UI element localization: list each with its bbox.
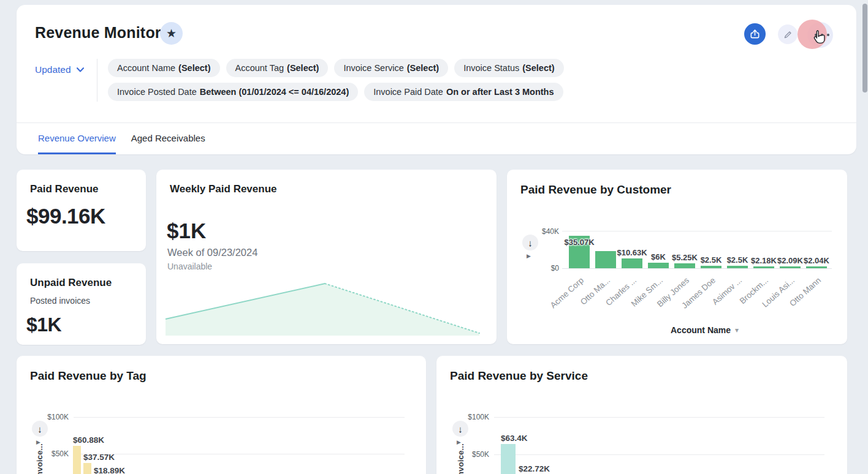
kpi-value: $99.16K xyxy=(26,204,105,228)
tag-revenue-card: Paid Revenue by Tag ↓ ▶ Invoice... $100K… xyxy=(17,356,426,474)
weekly-period: Week of 09/23/2024 xyxy=(167,247,257,258)
card-title: Paid Revenue by Tag xyxy=(30,369,147,383)
x-baseline xyxy=(562,268,832,269)
download-icon: ↓ xyxy=(37,424,42,434)
filter-label: Invoice Paid Date xyxy=(373,87,443,97)
bar[interactable] xyxy=(753,266,774,268)
category-label: Otto Mann xyxy=(773,276,823,322)
scrollbar-thumb[interactable] xyxy=(862,4,867,92)
tab-revenue-overview[interactable]: Revenue Overview xyxy=(38,123,116,154)
bar-value-label: $22.72K xyxy=(519,464,550,473)
download-icon: ↓ xyxy=(528,238,533,247)
category-label: Acme Corp xyxy=(536,276,585,322)
service-revenue-card: Paid Revenue by Service ↓ ▶ Invoice... $… xyxy=(436,356,847,474)
card-title: Weekly Paid Revenue xyxy=(170,183,277,195)
card-title: Unpaid Revenue xyxy=(30,277,112,289)
bar-value-label: $63.4K xyxy=(501,434,528,443)
filter-chip-account-name[interactable]: Account Name(Select) xyxy=(108,59,220,77)
bar[interactable] xyxy=(73,446,81,474)
filter-chip-invoice-service[interactable]: Invoice Service(Select) xyxy=(334,59,448,77)
expand-caret-icon[interactable]: ▶ xyxy=(527,253,531,259)
filter-value: (Select) xyxy=(522,63,554,73)
updated-label: Updated xyxy=(35,64,71,75)
tab-bar: Revenue OverviewAged Receivables xyxy=(38,123,205,154)
gridline xyxy=(562,231,832,231)
gridline xyxy=(494,454,824,455)
bar[interactable] xyxy=(806,266,827,268)
filters-divider xyxy=(97,59,97,102)
filter-value: (Select) xyxy=(178,63,210,73)
filter-label: Invoice Status xyxy=(463,63,519,73)
star-icon: ★ xyxy=(166,28,177,39)
bar[interactable] xyxy=(780,266,801,268)
edit-button[interactable] xyxy=(778,24,798,44)
category-label: Brockm... xyxy=(720,276,770,322)
x-axis-dropdown[interactable]: Account Name ▾ xyxy=(671,325,739,335)
filter-value: On or after Last 3 Months xyxy=(446,87,554,97)
filter-label: Invoice Service xyxy=(343,63,403,73)
bar-value-label: $2.04K xyxy=(795,256,838,265)
category-label: Mike Sm... xyxy=(615,276,664,322)
x-axis-label: Account Name xyxy=(671,325,731,335)
category-label: Asimov ... xyxy=(694,276,744,322)
pencil-icon xyxy=(783,30,793,39)
download-button[interactable]: ↓ xyxy=(32,421,48,437)
dropdown-arrow-icon: ▾ xyxy=(735,326,739,334)
y-axis-label: Invoice... xyxy=(35,443,44,474)
customer-revenue-card: Paid Revenue by Customer ↓ ▶ $40K $0 $35… xyxy=(507,170,847,344)
filter-value: (Select) xyxy=(287,63,319,73)
bar-value-label: $60.88K xyxy=(73,435,104,445)
bar-value-label: $37.57K xyxy=(83,453,115,462)
kpi-subtitle: Posted invoices xyxy=(30,296,90,306)
filter-label: Account Name xyxy=(117,63,175,73)
y-tick: $100K xyxy=(42,413,69,421)
y-axis-label: Invoice... xyxy=(456,443,465,474)
share-icon xyxy=(749,28,761,40)
bar[interactable] xyxy=(727,266,748,268)
y-tick: $40K xyxy=(535,227,559,236)
updated-dropdown[interactable]: Updated xyxy=(35,64,84,75)
gridline xyxy=(494,417,824,418)
download-button[interactable]: ↓ xyxy=(452,421,468,437)
download-icon: ↓ xyxy=(458,424,463,434)
download-button[interactable]: ↓ xyxy=(522,235,538,250)
y-tick: $0 xyxy=(535,264,559,273)
bar-value-label: $35.07K xyxy=(558,238,601,247)
kpi-card-unpaid-revenue: Unpaid Revenue Posted invoices $1K xyxy=(17,263,146,345)
bar[interactable] xyxy=(83,463,91,474)
bar[interactable] xyxy=(701,266,721,268)
tab-aged-receivables[interactable]: Aged Receivables xyxy=(131,123,205,154)
filter-chip-account-tag[interactable]: Account Tag(Select) xyxy=(226,59,329,77)
chevron-down-icon xyxy=(77,67,84,72)
kpi-value: $1K xyxy=(26,314,61,336)
bar[interactable] xyxy=(648,263,669,268)
share-button[interactable] xyxy=(744,23,766,45)
filter-value: (Select) xyxy=(407,63,439,73)
filter-chip-invoice-paid-date[interactable]: Invoice Paid DateOn or after Last 3 Mont… xyxy=(364,83,563,101)
card-title: Paid Revenue xyxy=(30,183,99,195)
dashboard-screen: Revenue Monitor ★ Updated xyxy=(0,0,868,474)
header-panel: Revenue Monitor ★ Updated xyxy=(17,5,856,154)
category-label: Otto Ma... xyxy=(562,276,612,322)
gridline xyxy=(74,417,405,418)
page-title: Revenue Monitor xyxy=(35,24,161,42)
category-label: Louis Asi... xyxy=(747,276,796,322)
area-chart[interactable] xyxy=(156,279,497,344)
filter-chip-invoice-posted-date[interactable]: Invoice Posted DateBetween (01/01/2024 <… xyxy=(108,83,358,101)
filter-label: Invoice Posted Date xyxy=(117,87,197,97)
category-label: Charles ... xyxy=(588,276,638,322)
category-label: James Doe xyxy=(668,276,717,322)
card-title: Paid Revenue by Customer xyxy=(520,183,671,197)
filter-label: Account Tag xyxy=(235,63,284,73)
filter-chip-invoice-status[interactable]: Invoice Status(Select) xyxy=(454,59,563,77)
bar-value-label: $18.89K xyxy=(94,466,125,474)
gridline xyxy=(74,454,405,454)
favorite-badge[interactable]: ★ xyxy=(160,22,183,45)
y-tick: $100K xyxy=(462,413,489,421)
category-label: Billy Jones xyxy=(641,276,691,322)
weekly-value: $1K xyxy=(167,219,206,243)
filter-chips: Account Name(Select)Account Tag(Select)I… xyxy=(108,59,810,101)
card-title: Paid Revenue by Service xyxy=(450,369,588,383)
bar[interactable] xyxy=(501,444,516,474)
kpi-card-paid-revenue: Paid Revenue $99.16K xyxy=(17,170,146,251)
